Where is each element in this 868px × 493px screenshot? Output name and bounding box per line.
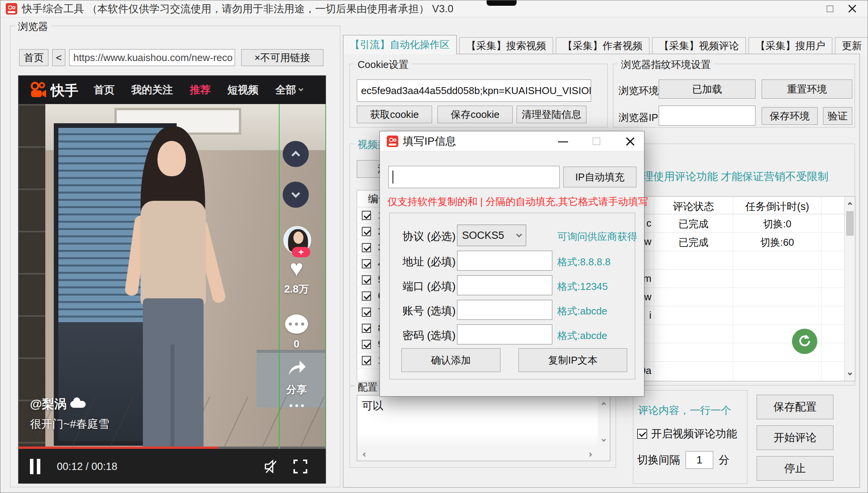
site-logo-text[interactable]: 快手 [51, 81, 78, 100]
start-comment-button[interactable]: 开始评论 [757, 425, 833, 450]
close-window-button[interactable] [842, 2, 862, 16]
back-button[interactable]: < [52, 49, 65, 66]
scroll-up-icon[interactable] [598, 397, 610, 409]
dialog-close-button[interactable] [619, 131, 642, 151]
mute-icon[interactable] [263, 458, 280, 475]
scroll-thumb[interactable] [846, 211, 854, 236]
tab-update[interactable]: 更新 [835, 37, 868, 54]
video-author[interactable]: @梨涡 [30, 396, 86, 413]
share-label: 分享 [273, 383, 320, 397]
nav-shortvideo[interactable]: 短视频 [227, 83, 258, 97]
tab-automation[interactable]: 【引流】自动化操作区 [343, 35, 457, 54]
table-row[interactable]: w [631, 288, 844, 306]
comment-count: 0 [273, 338, 320, 350]
scroll-left-icon[interactable] [359, 448, 371, 461]
refresh-button[interactable] [792, 329, 817, 354]
enable-comment-toggle[interactable]: 开启视频评论功能 [637, 427, 737, 441]
more-actions-icon[interactable] [283, 404, 310, 407]
config-content[interactable]: 可以 [357, 395, 598, 448]
scroll-down-icon[interactable] [598, 435, 610, 447]
password-input[interactable] [457, 324, 552, 344]
nav-following[interactable]: 我的关注 [131, 83, 173, 97]
row-checkbox[interactable] [362, 340, 371, 349]
stop-button[interactable]: 停止 [757, 456, 833, 481]
row-checkbox[interactable] [362, 324, 371, 333]
ip-autofill-button[interactable]: IP自动填充 [563, 167, 636, 187]
verify-button[interactable]: 验证 [823, 107, 852, 125]
comment-bubble-icon[interactable] [285, 314, 308, 334]
env-label: 浏览环境: [619, 84, 661, 98]
config-vscrollbar[interactable] [598, 395, 610, 448]
table-row[interactable] [631, 251, 844, 270]
nav-all-dropdown[interactable]: 全部 [275, 83, 303, 97]
dialog-maximize-button[interactable] [585, 131, 608, 151]
protocol-select[interactable]: SOCKS5 [457, 225, 526, 246]
dialog-title: 填写IP信息 [403, 131, 456, 151]
account-input[interactable] [457, 300, 552, 320]
browser-ip-input[interactable] [659, 106, 755, 126]
url-input[interactable]: https://www.kuaishou.com/new-reco [69, 49, 235, 66]
cookie-group: Cookie设置 ec5fe9ad3aa44a55dd058b;kpn=KUAI… [350, 64, 608, 127]
scroll-down-icon[interactable] [845, 368, 855, 381]
cookie-input[interactable]: ec5fe9ad3aa44a55dd058b;kpn=KUAISHOU_VISI… [357, 79, 591, 102]
tab-author-video[interactable]: 【采集】作者视频 [556, 37, 649, 54]
row-checkbox[interactable] [362, 259, 371, 268]
clear-login-button[interactable]: 清理登陆信息 [517, 106, 586, 123]
title-bar: 快手综合工具 （本软件仅供学习交流使用，请勿用于非法用途，一切后果由使用者承担）… [0, 0, 868, 17]
prev-video-button[interactable] [283, 141, 309, 167]
row-checkbox[interactable] [362, 356, 371, 365]
tab-bar: 【引流】自动化操作区 【采集】搜索视频 【采集】作者视频 【采集】视频评论 【采… [343, 35, 868, 54]
share-arrow-icon[interactable] [286, 358, 308, 379]
home-button[interactable]: 首页 [19, 49, 48, 66]
restore-window-button[interactable] [823, 3, 837, 15]
fullscreen-icon[interactable] [293, 459, 308, 474]
table-row[interactable]: i [631, 306, 844, 325]
row-checkbox[interactable] [362, 211, 371, 220]
password-label: 密码 (选填) [403, 328, 456, 343]
ip-form: 协议 (必选) SOCKS5 可询问供应商获得 地址 (必填) 格式:8.8.8… [389, 213, 635, 379]
pause-button[interactable] [30, 459, 45, 474]
app-window: 快手综合工具 （本软件仅供学习交流使用，请勿用于非法用途，一切后果由使用者承担）… [0, 0, 868, 493]
row-checkbox[interactable] [362, 275, 371, 285]
get-cookie-button[interactable]: 获取cookie [357, 106, 432, 123]
dialog-minimize-button[interactable] [551, 131, 574, 151]
table-row[interactable]: km [631, 270, 844, 288]
nav-home[interactable]: 首页 [94, 83, 114, 97]
nav-all-label: 全部 [275, 83, 296, 97]
port-input[interactable] [457, 275, 552, 295]
address-input[interactable] [457, 251, 552, 271]
save-config-button[interactable]: 保存配置 [757, 395, 833, 419]
comment-checkbox[interactable] [637, 429, 647, 439]
dialog-title-bar: 填写IP信息 [380, 131, 644, 151]
tab-search-video[interactable]: 【采集】搜索视频 [459, 37, 553, 54]
table-scrollbar[interactable] [844, 197, 855, 381]
copy-ip-button[interactable]: 复制IP文本 [518, 348, 627, 372]
app-logo-icon [6, 3, 17, 15]
row-checkbox[interactable] [362, 227, 371, 236]
row-checkbox[interactable] [362, 243, 371, 252]
like-heart-icon[interactable]: ♥ [283, 256, 310, 281]
tab-search-user[interactable]: 【采集】搜用户 [749, 37, 832, 54]
scroll-right-icon[interactable] [584, 448, 596, 461]
env-loaded-button[interactable]: 已加载 [659, 79, 755, 99]
table-row[interactable]: w已完成切换:60 [631, 233, 844, 251]
row-checkbox[interactable] [362, 291, 371, 301]
tab-video-comments[interactable]: 【采集】视频评论 [652, 37, 746, 54]
reset-env-button[interactable]: 重置环境 [762, 79, 852, 99]
interval-input[interactable]: 1 [686, 451, 713, 469]
format-warning: 仅支持软件复制的和 | 分隔的自动填充,其它格式请手动填写 [388, 195, 639, 208]
config-textarea[interactable]: 可以 [357, 395, 610, 461]
table-row[interactable]: 9a [631, 362, 844, 380]
ip-paste-input[interactable] [388, 166, 560, 188]
nav-recommend[interactable]: 推荐 [190, 83, 210, 97]
scroll-up-icon[interactable] [845, 197, 855, 210]
confirm-add-button[interactable]: 确认添加 [401, 348, 500, 372]
config-hscrollbar[interactable] [357, 448, 610, 461]
toggle-label: 开启视频评论功能 [651, 427, 737, 441]
next-video-button[interactable] [283, 182, 309, 208]
save-env-button[interactable]: 保存环境 [762, 107, 818, 125]
save-cookie-button[interactable]: 保存cookie [437, 106, 513, 123]
row-checkbox[interactable] [362, 308, 371, 317]
invalid-link-button[interactable]: ×不可用链接 [241, 49, 323, 66]
table-row[interactable]: c已完成切换:0 [631, 214, 844, 233]
